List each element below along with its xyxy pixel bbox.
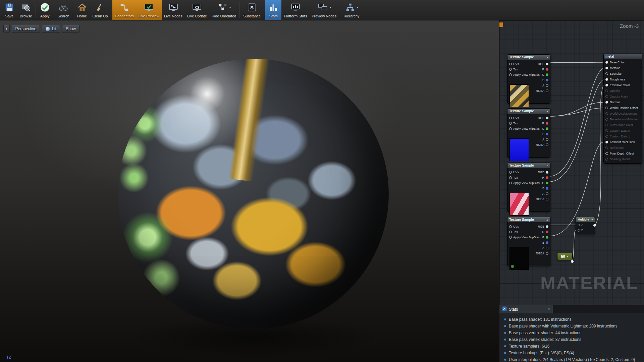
viewport-options-button[interactable]: ▾: [3, 25, 10, 33]
save-button[interactable]: Save: [1, 0, 17, 20]
material-pin[interactable]: Opacity: [604, 88, 642, 94]
material-pin[interactable]: Subsurface Color: [604, 122, 642, 128]
stats-tab[interactable]: Stats ×: [499, 305, 553, 313]
input-pin[interactable]: UVs: [509, 224, 540, 229]
material-pin[interactable]: Normal: [604, 99, 642, 105]
material-pin[interactable]: Ambient Occlusion: [604, 139, 642, 145]
output-pin[interactable]: A: [536, 137, 548, 142]
chevron-down-icon[interactable]: ▾: [229, 6, 231, 9]
input-pin[interactable]: Tex: [509, 121, 540, 126]
output-pin[interactable]: RGB: [536, 224, 548, 229]
input-pin[interactable]: Tex: [509, 67, 540, 72]
output-pin[interactable]: B: [536, 240, 548, 245]
node-header[interactable]: Texture Sample ▲: [507, 55, 550, 60]
material-pin[interactable]: Metallic: [604, 65, 642, 71]
search-button[interactable]: Search: [55, 0, 72, 20]
input-pin[interactable]: UVs: [509, 170, 540, 175]
node-header[interactable]: Multiply ▼: [576, 217, 595, 222]
material-pin[interactable]: Custom Data 0: [604, 128, 642, 133]
output-pin[interactable]: RGB: [536, 170, 548, 175]
output-pin[interactable]: B: [536, 131, 548, 137]
lit-mode-button[interactable]: Lit: [42, 25, 60, 33]
collapse-arrow-icon[interactable]: ▼: [591, 219, 593, 221]
output-pin[interactable]: [571, 260, 574, 263]
material-pin[interactable]: Custom Data 1: [604, 133, 642, 139]
output-pin[interactable]: RGBA: [536, 251, 548, 256]
collapse-arrow-icon[interactable]: ▲: [546, 56, 548, 58]
wire[interactable]: [550, 62, 603, 63]
material-graph-canvas[interactable]: Zoom -3 MATERIAL Texture Sample ▲: [499, 20, 644, 362]
constant-node[interactable]: 50 ▼: [557, 253, 573, 260]
material-preview-sphere[interactable]: [118, 59, 389, 329]
collapse-arrow-icon[interactable]: ▲: [546, 110, 548, 112]
output-pin[interactable]: B: [536, 186, 548, 191]
output-pin[interactable]: A: [536, 245, 548, 251]
texture-thumbnail[interactable]: [509, 138, 529, 161]
preview-viewport[interactable]: ▾ Perspective Lit Show Z: [0, 20, 499, 362]
input-pin[interactable]: Apply View MipBias: [509, 126, 540, 131]
live-update-button[interactable]: Live Update: [185, 0, 209, 20]
output-pin[interactable]: A: [536, 83, 548, 88]
node-header[interactable]: Texture Sample ▲: [507, 217, 550, 223]
material-pin[interactable]: World Position Offset: [604, 105, 642, 111]
hide-unrelated-button[interactable]: ▾ Hide Unrelated: [209, 0, 238, 20]
output-pin[interactable]: RGBA: [536, 142, 548, 147]
output-pin[interactable]: R: [536, 229, 548, 235]
chevron-down-icon[interactable]: ▾: [329, 6, 331, 9]
multiply-node[interactable]: Multiply ▼ A B: [576, 217, 595, 234]
output-pin[interactable]: RGB: [536, 115, 548, 121]
collapse-arrow-icon[interactable]: ▲: [546, 164, 548, 167]
output-pin[interactable]: R: [536, 175, 548, 180]
input-pin[interactable]: B: [576, 228, 595, 233]
browse-button[interactable]: Browse: [17, 0, 35, 20]
texture-thumbnail[interactable]: [509, 84, 529, 107]
apply-button[interactable]: Apply: [37, 0, 53, 20]
stats-toggle-button[interactable]: Stats: [265, 0, 281, 20]
node-header[interactable]: Texture Sample ▲: [507, 109, 550, 114]
texture-sample-node[interactable]: Texture Sample ▲ UVs Tex Apply View MipB…: [507, 54, 550, 104]
input-pin[interactable]: Apply View MipBias: [509, 235, 540, 240]
material-pin[interactable]: World Displacement: [604, 111, 642, 116]
output-pin[interactable]: R: [536, 121, 548, 126]
perspective-button[interactable]: Perspective: [12, 25, 40, 33]
output-pin[interactable]: G: [536, 72, 548, 77]
show-button[interactable]: Show: [62, 25, 79, 33]
wire[interactable]: [550, 102, 603, 116]
wire[interactable]: [550, 68, 603, 176]
texture-sample-node[interactable]: Texture Sample ▲ UVs Tex Apply View MipB…: [507, 163, 550, 212]
input-pin[interactable]: A: [576, 222, 595, 228]
clean-up-button[interactable]: Clean Up: [90, 0, 110, 20]
output-pin[interactable]: G: [536, 180, 548, 186]
live-nodes-button[interactable]: Live Nodes: [162, 0, 185, 20]
input-pin[interactable]: Apply View MipBias: [509, 180, 540, 186]
material-pin[interactable]: Shading Model: [604, 156, 642, 162]
input-pin[interactable]: UVs: [509, 61, 540, 67]
input-pin[interactable]: Tex: [509, 175, 540, 180]
preview-nodes-button[interactable]: ▾ Preview Nodes: [309, 0, 339, 20]
home-button[interactable]: Home: [74, 0, 90, 20]
texture-sample-node[interactable]: Texture Sample ▲ UVs Tex Apply View MipB…: [507, 108, 550, 158]
output-pin[interactable]: G: [536, 235, 548, 240]
input-pin[interactable]: Apply View MipBias: [509, 72, 540, 77]
material-pin[interactable]: Opacity Mask: [604, 94, 642, 99]
output-pin[interactable]: RGBA: [536, 88, 548, 94]
hierarchy-button[interactable]: ▾ Hierarchy: [341, 0, 362, 20]
node-header[interactable]: Texture Sample ▲: [507, 163, 550, 168]
material-pin[interactable]: Pixel Depth Offset: [604, 150, 642, 156]
wire[interactable]: [550, 108, 603, 116]
texture-thumbnail[interactable]: [509, 247, 529, 270]
platform-stats-button[interactable]: Platform Stats: [281, 0, 309, 20]
wire[interactable]: [595, 85, 603, 225]
chevron-down-icon[interactable]: ▾: [357, 6, 359, 9]
material-pin[interactable]: Emissive Color: [604, 82, 642, 88]
input-pin[interactable]: UVs: [509, 115, 540, 121]
output-pin[interactable]: [593, 224, 596, 227]
node-header[interactable]: metal: [604, 54, 642, 59]
output-pin[interactable]: A: [536, 191, 548, 196]
output-pin[interactable]: RGB: [536, 61, 548, 67]
material-result-node[interactable]: metal Base Color Metallic Specular Rough…: [603, 54, 642, 164]
material-pin[interactable]: Base Color: [604, 59, 642, 65]
collapse-arrow-icon[interactable]: ▼: [567, 255, 569, 258]
output-pin[interactable]: RGBA: [536, 196, 548, 202]
material-pin[interactable]: Tessellation Multiplier: [604, 116, 642, 122]
